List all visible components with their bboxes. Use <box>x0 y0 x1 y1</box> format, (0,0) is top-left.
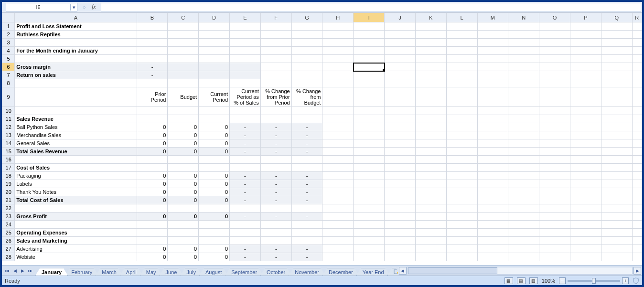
cell[interactable] <box>168 115 199 123</box>
cell[interactable] <box>354 245 385 253</box>
tab-last-icon[interactable]: ⏭ <box>27 267 33 274</box>
cell[interactable] <box>539 79 570 87</box>
cell[interactable] <box>601 229 632 237</box>
cell[interactable]: Cost of Sales <box>15 164 137 172</box>
cell[interactable] <box>446 39 477 47</box>
cell[interactable] <box>15 107 137 115</box>
cell[interactable] <box>477 156 508 164</box>
cell[interactable] <box>508 172 539 180</box>
cell[interactable] <box>539 213 570 221</box>
scroll-left-icon[interactable]: ◀ <box>399 267 407 275</box>
cell[interactable] <box>539 221 570 229</box>
cell[interactable] <box>601 213 632 221</box>
cell[interactable] <box>508 87 539 107</box>
cell[interactable]: 0 <box>137 196 168 204</box>
cell[interactable] <box>601 39 632 47</box>
row-header[interactable]: 20 <box>2 188 15 196</box>
cell[interactable]: 0 <box>137 148 168 156</box>
sheet-tab[interactable]: January <box>35 268 68 276</box>
cell[interactable] <box>539 172 570 180</box>
cell[interactable] <box>477 139 508 148</box>
cell[interactable] <box>508 55 539 63</box>
cell[interactable] <box>291 55 322 63</box>
cell[interactable] <box>446 253 477 261</box>
cell[interactable] <box>322 156 354 164</box>
row-header[interactable]: 27 <box>2 245 15 253</box>
cell[interactable] <box>539 164 570 172</box>
row-header[interactable]: 3 <box>2 39 15 47</box>
cell[interactable]: - <box>291 213 322 221</box>
cell[interactable]: - <box>230 180 261 188</box>
cell[interactable] <box>508 237 539 245</box>
cell[interactable] <box>291 229 322 237</box>
row-header[interactable]: 25 <box>2 229 15 237</box>
cell[interactable] <box>632 39 642 47</box>
cell[interactable] <box>508 164 539 172</box>
cell[interactable]: Advertising <box>15 245 137 253</box>
cell[interactable] <box>570 39 601 47</box>
column-header[interactable]: K <box>415 13 446 22</box>
cell[interactable] <box>446 204 477 213</box>
cell[interactable] <box>354 237 385 245</box>
cell[interactable] <box>15 79 137 87</box>
cell[interactable] <box>539 107 570 115</box>
cell[interactable] <box>230 22 261 31</box>
cell[interactable] <box>570 204 601 213</box>
cell[interactable] <box>601 79 632 87</box>
cell[interactable] <box>508 71 539 79</box>
cell[interactable] <box>291 63 322 71</box>
cell[interactable]: 0 <box>137 123 168 131</box>
cell[interactable]: - <box>230 213 261 221</box>
cell[interactable]: 0 <box>199 245 230 253</box>
cell[interactable] <box>230 229 261 237</box>
cell[interactable] <box>291 22 322 31</box>
cell[interactable] <box>570 172 601 180</box>
cell[interactable] <box>601 253 632 261</box>
fx-icon[interactable]: fx <box>90 3 98 11</box>
formula-input[interactable] <box>101 3 641 11</box>
cell[interactable] <box>539 156 570 164</box>
cell[interactable]: - <box>291 123 322 131</box>
cell[interactable] <box>477 196 508 204</box>
cell[interactable] <box>632 63 642 71</box>
cell[interactable] <box>15 156 137 164</box>
cell[interactable]: - <box>260 213 291 221</box>
cell[interactable] <box>230 79 261 87</box>
cell[interactable] <box>168 79 199 87</box>
row-header[interactable]: 4 <box>2 47 15 55</box>
cell[interactable] <box>385 71 416 79</box>
cell[interactable] <box>632 237 642 245</box>
cell[interactable] <box>570 156 601 164</box>
cell[interactable] <box>322 213 354 221</box>
cell[interactable] <box>385 245 416 253</box>
cell[interactable] <box>199 71 230 79</box>
cell[interactable] <box>477 131 508 139</box>
cell[interactable] <box>415 196 446 204</box>
cell[interactable] <box>508 253 539 261</box>
cell[interactable] <box>508 156 539 164</box>
cell[interactable] <box>354 139 385 148</box>
cell[interactable] <box>601 87 632 107</box>
cell[interactable] <box>446 87 477 107</box>
cell[interactable] <box>385 79 416 87</box>
cell[interactable]: Webiste <box>15 253 137 261</box>
cancel-formula-icon[interactable]: ○ <box>80 3 88 11</box>
cell[interactable] <box>291 47 322 55</box>
cell[interactable] <box>570 63 601 71</box>
scroll-right-icon[interactable]: ▶ <box>633 267 641 275</box>
cell[interactable] <box>260 156 291 164</box>
cell[interactable] <box>570 245 601 253</box>
cell[interactable] <box>230 156 261 164</box>
cell[interactable] <box>260 115 291 123</box>
cell[interactable] <box>539 180 570 188</box>
zoom-out-icon[interactable]: − <box>559 277 566 284</box>
cell[interactable] <box>539 123 570 131</box>
cell[interactable] <box>385 22 416 31</box>
cell[interactable] <box>601 63 632 71</box>
cell[interactable] <box>385 55 416 63</box>
cell[interactable] <box>168 107 199 115</box>
cell[interactable]: - <box>291 196 322 204</box>
cell[interactable] <box>15 204 137 213</box>
cell[interactable] <box>570 87 601 107</box>
cell[interactable] <box>199 164 230 172</box>
